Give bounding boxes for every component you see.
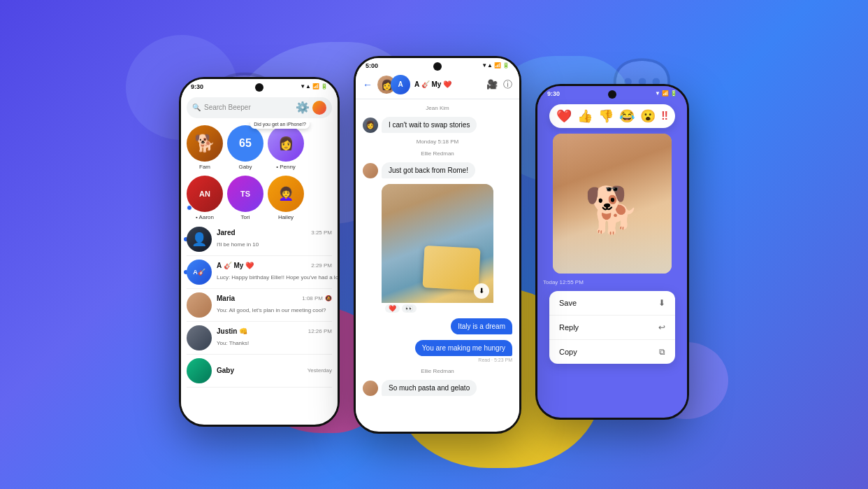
phones-container: 9:30 ▼▲ 📶 🔋 🔍 Search Beeper ⚙️ — [179, 56, 689, 434]
jean-bubble-1: I can't wait to swap stories — [382, 117, 477, 133]
laugh-emoji[interactable]: 😂 — [619, 108, 635, 124]
copy-label: Copy — [559, 348, 577, 356]
battery-icon: 🔋 — [321, 83, 328, 90]
maria-name: Maria — [217, 295, 235, 302]
thumbsdown-emoji[interactable]: 👎 — [598, 108, 614, 124]
jean-avatar: 👩 — [363, 118, 378, 133]
center-phone-status-icons: ▼▲ 📶 🔋 — [482, 62, 509, 69]
user-avatar[interactable] — [312, 101, 326, 115]
surprised-emoji[interactable]: 😮 — [640, 108, 656, 124]
thumbsup-emoji[interactable]: 👍 — [577, 108, 593, 124]
heart-emoji[interactable]: ❤️ — [556, 108, 572, 124]
left-phone-content: 🔍 Search Beeper ⚙️ 🐕 Fam — [181, 92, 338, 420]
msg-ellie-1: Just got back from Rome! — [363, 162, 512, 178]
amy-info: A 🎸 My ❤️ 2:29 PM Lucy: Happy birthday E… — [217, 262, 332, 282]
story-hailey-circle: 👩‍🦱 — [268, 176, 304, 212]
exclaim-emoji[interactable]: ‼ — [661, 110, 668, 122]
center-phone-camera — [433, 62, 442, 71]
maria-preview: You: All good, let's plan in our meeting… — [217, 307, 326, 313]
story-penny[interactable]: Did you get an iPhone!? 👩 • Penny — [268, 125, 304, 170]
story-penny-circle: 👩 — [268, 125, 304, 162]
time-monday: Monday 5:18 PM — [363, 139, 512, 145]
reply-label: Reply — [559, 323, 579, 332]
context-save[interactable]: Save ⬇ — [549, 291, 675, 316]
maria-avatar — [187, 292, 212, 318]
read-receipt: Read · 5:23 PM — [478, 357, 512, 362]
save-label: Save — [559, 299, 577, 307]
heart-reaction: ❤️ — [385, 304, 400, 313]
ellie-bubble-1: Just got back from Rome! — [382, 162, 475, 178]
back-button[interactable]: ← — [363, 79, 372, 90]
download-icon[interactable]: ⬇ — [474, 283, 489, 299]
video-call-icon[interactable]: 🎥 — [486, 79, 498, 90]
info-icon[interactable]: ⓘ — [503, 78, 512, 91]
maria-time: 1:08 PM — [302, 295, 323, 302]
justin-preview: You: Thanks! — [217, 340, 249, 346]
right-phone: 9:30 ▼ 📶 🔋 ❤️ 👍 👎 😂 😮 ‼ 🐕 — [535, 84, 689, 420]
story-gaby-label: Gaby — [238, 164, 252, 170]
stories-row-2: AN • Aaron TS Tori 👩‍🦱 H — [181, 173, 338, 223]
jared-info: Jared 3:25 PM I'll be home in 10 — [217, 229, 332, 249]
amy-preview: Lucy: Happy birthday Ellie!! Hope you've… — [217, 274, 338, 281]
chat-gaby[interactable]: Gaby Yesterday — [187, 355, 332, 388]
sent-bubble-2: You are making me hungry — [415, 340, 512, 356]
chat-list: 👤 Jared 3:25 PM I'll be home in 10 A🎸 — [181, 223, 338, 388]
sender-jean: Jean Kim — [363, 105, 512, 111]
search-icon: 🔍 — [192, 104, 201, 111]
right-signal-icon: ▼ — [655, 90, 660, 97]
msg-sent-2: You are making me hungry Read · 5:23 PM — [363, 340, 512, 362]
story-aaron[interactable]: AN • Aaron — [187, 176, 223, 220]
center-phone: 5:00 ▼▲ 📶 🔋 ← 👩 A A 🎸 My ❤️ 🎥 ⓘ — [354, 56, 521, 434]
photo-time: Today 12:55 PM — [543, 279, 584, 285]
search-bar[interactable]: 🔍 Search Beeper ⚙️ — [187, 97, 332, 118]
context-copy[interactable]: Copy ⧉ — [549, 340, 675, 364]
context-reply[interactable]: Reply ↩ — [549, 316, 675, 340]
right-phone-camera — [608, 90, 616, 99]
story-tori-circle: TS — [227, 176, 263, 212]
story-hailey[interactable]: 👩‍🦱 Hailey — [268, 176, 304, 220]
gaby-name: Gaby — [217, 367, 234, 374]
save-icon: ⬇ — [658, 298, 665, 308]
center-phone-time: 5:00 — [366, 62, 378, 69]
chat-jared[interactable]: 👤 Jared 3:25 PM I'll be home in 10 — [187, 223, 332, 256]
chat-header-avatars: 👩 A — [377, 75, 410, 94]
sent-bubble-1: Italy is a dream — [451, 318, 512, 334]
muted-icon: 🔕 — [325, 295, 332, 302]
chat-maria[interactable]: Maria 1:08 PM 🔕 You: All good, let's pla… — [187, 289, 332, 322]
copy-icon: ⧉ — [659, 347, 665, 357]
chat-avatar-2: A — [391, 75, 410, 94]
chat-amy[interactable]: A🎸 A 🎸 My ❤️ 2:29 PM Lucy: Happy birthda… — [187, 256, 332, 289]
amy-time: 2:29 PM — [311, 262, 332, 269]
aaron-unread-dot — [187, 205, 192, 211]
left-phone-time: 9:30 — [191, 83, 203, 90]
justin-info: Justin 👊 12:26 PM You: Thanks! — [217, 327, 332, 348]
story-fam[interactable]: 🐕 Fam — [187, 125, 223, 170]
chat-header-icons: 🎥 ⓘ — [486, 78, 512, 91]
settings-icon[interactable]: ⚙️ — [296, 101, 310, 114]
ellie-avatar — [363, 163, 378, 178]
right-phone-content: ❤️ 👍 👎 😂 😮 ‼ 🐕 🕶️ Today 12:55 PM Save — [537, 99, 687, 413]
story-gaby[interactable]: 65 Gaby — [227, 125, 263, 170]
search-icons-right: ⚙️ — [296, 101, 326, 115]
reaction-bar: ❤️ 👀 — [385, 304, 493, 313]
story-gaby-circle: 65 — [227, 125, 263, 162]
rome-image-placeholder: ⬇ — [382, 184, 493, 303]
story-tori[interactable]: TS Tori — [227, 176, 263, 220]
story-aaron-label: • Aaron — [196, 214, 214, 220]
messages-area: Jean Kim 👩 I can't wait to swap stories … — [356, 99, 519, 427]
right-wifi-icon: 📶 — [662, 90, 669, 97]
story-hailey-label: Hailey — [278, 214, 294, 220]
msg-image: ⬇ ❤️ 👀 — [382, 184, 512, 313]
center-wifi-icon: 📶 — [494, 62, 501, 69]
amy-name: A 🎸 My ❤️ — [217, 262, 254, 269]
jared-time: 3:25 PM — [311, 229, 332, 236]
chat-header: ← 👩 A A 🎸 My ❤️ 🎥 ⓘ — [356, 71, 519, 99]
center-phone-content: ← 👩 A A 🎸 My ❤️ 🎥 ⓘ Jean Kim 👩 I can't w… — [356, 71, 519, 427]
ellie-bubble-2: So much pasta and gelato — [382, 380, 477, 396]
chat-justin[interactable]: Justin 👊 12:26 PM You: Thanks! — [187, 322, 332, 355]
justin-avatar — [187, 325, 212, 350]
eyes-reaction: 👀 — [402, 304, 417, 313]
gaby-time: Yesterday — [308, 367, 332, 374]
signal-icon: ▼▲ — [300, 83, 311, 90]
right-phone-time: 9:30 — [547, 90, 560, 97]
